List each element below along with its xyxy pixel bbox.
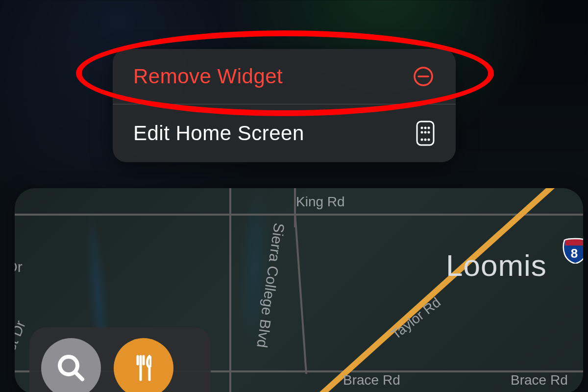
minus-circle-icon <box>412 65 435 88</box>
map-road <box>229 188 231 392</box>
road-label-partial: Dr <box>15 259 23 275</box>
svg-point-6 <box>421 131 423 134</box>
maps-widget[interactable]: King Rd Sierra College Blvd Taylor Rd Br… <box>15 188 583 392</box>
restaurants-nearby-button[interactable] <box>114 338 173 392</box>
svg-point-11 <box>428 139 430 141</box>
map-highway <box>317 188 583 392</box>
map-road <box>15 214 583 216</box>
place-label-loomis: Loomis <box>446 248 547 283</box>
road-label-brace: Brace Rd <box>343 372 400 388</box>
svg-point-10 <box>424 139 427 141</box>
road-label-brace: Brace Rd <box>511 372 568 388</box>
svg-point-3 <box>421 127 423 129</box>
edit-home-screen-row[interactable]: Edit Home Screen <box>113 104 456 162</box>
interstate-shield-icon: 8 <box>563 237 583 264</box>
svg-point-7 <box>424 131 427 134</box>
map-surface[interactable]: King Rd Sierra College Blvd Taylor Rd Br… <box>15 188 583 392</box>
remove-widget-row[interactable]: Remove Widget <box>113 49 456 104</box>
apps-grid-icon <box>416 120 435 147</box>
map-road <box>294 213 307 374</box>
road-label-partial: st Dr <box>15 318 29 353</box>
search-nearby-button[interactable] <box>41 338 101 392</box>
svg-text:8: 8 <box>571 246 578 261</box>
maps-quick-actions <box>29 327 211 392</box>
svg-point-9 <box>421 139 423 141</box>
svg-point-5 <box>428 127 430 129</box>
road-label-king: King Rd <box>296 194 345 210</box>
svg-point-4 <box>424 127 427 129</box>
widget-context-menu: Remove Widget Edit Home Screen <box>113 49 456 162</box>
remove-widget-label: Remove Widget <box>133 65 283 88</box>
edit-home-screen-label: Edit Home Screen <box>133 122 304 145</box>
svg-point-8 <box>428 131 430 134</box>
svg-line-14 <box>75 372 82 379</box>
road-label-taylor: Taylor Rd <box>389 294 444 343</box>
